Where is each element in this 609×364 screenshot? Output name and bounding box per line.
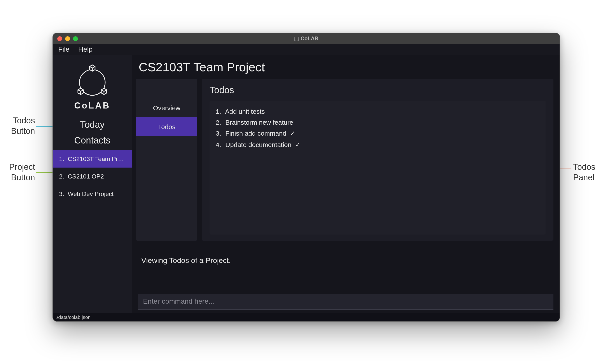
project-label: CS2101 OP2 — [68, 173, 104, 180]
todo-num: 4. — [216, 141, 224, 148]
project-list: 1. CS2103T Team Proj… 2. CS2101 OP2 3. W… — [53, 148, 132, 203]
menu-help[interactable]: Help — [78, 46, 93, 53]
todo-num: 1. — [216, 108, 224, 115]
check-icon: ✓ — [295, 141, 301, 148]
todo-item: 1. Add unit tests — [216, 106, 539, 117]
app-window: ⬚CoLAB File Help — [52, 33, 560, 322]
statusbar: ./data/colab.json — [53, 313, 559, 321]
callout-project-button-line — [36, 172, 53, 173]
todo-text: Update documentation — [225, 141, 291, 148]
maximize-icon[interactable] — [73, 36, 78, 41]
brand: CoLAB — [53, 55, 132, 117]
traffic-lights — [57, 36, 78, 41]
nav-today[interactable]: Today — [53, 117, 132, 132]
todo-item: 2. Brainstorm new feature — [216, 117, 539, 128]
statusbar-path: ./data/colab.json — [56, 314, 91, 320]
project-num: 2. — [59, 173, 66, 180]
menu-file[interactable]: File — [58, 46, 70, 53]
callout-todos-button: Todos Button — [0, 116, 35, 136]
minimize-icon[interactable] — [65, 36, 70, 41]
project-num: 1. — [59, 155, 66, 162]
main-panel: CS2103T Team Project Overview Todos Todo… — [132, 55, 559, 313]
app-icon: ⬚ — [294, 35, 299, 41]
status-message: Viewing Todos of a Project. — [132, 250, 559, 294]
todo-text: Add unit tests — [225, 108, 265, 115]
logo-icon — [73, 63, 112, 98]
project-label: Web Dev Project — [68, 190, 114, 197]
todos-heading: Todos — [209, 85, 545, 95]
todo-text: Brainstorm new feature — [225, 118, 293, 126]
tab-todos[interactable]: Todos — [136, 117, 197, 136]
command-input[interactable] — [138, 294, 553, 310]
window-title: ⬚CoLAB — [53, 35, 559, 41]
todo-text: Finish add command — [225, 130, 286, 137]
sidebar-project-1[interactable]: 1. CS2103T Team Proj… — [53, 150, 132, 168]
page-title: CS2103T Team Project — [132, 55, 559, 79]
project-tabs: Overview Todos — [136, 79, 197, 241]
project-num: 3. — [59, 190, 66, 197]
todo-item: 4. Update documentation ✓ — [216, 139, 539, 151]
sidebar: CoLAB Today Contacts 1. CS2103T Team Pro… — [53, 55, 132, 313]
brand-text: CoLAB — [74, 101, 110, 111]
callout-project-button: Project Button — [0, 162, 35, 183]
project-label: CS2103T Team Proj… — [68, 155, 129, 162]
menubar: File Help — [53, 44, 559, 55]
todos-panel: Todos 1. Add unit tests 2. Brainstorm ne… — [202, 79, 553, 241]
todo-item: 3. Finish add command ✓ — [216, 128, 539, 139]
close-icon[interactable] — [57, 36, 62, 41]
callout-todos-panel: Todos Panel — [573, 162, 608, 183]
sidebar-project-3[interactable]: 3. Web Dev Project — [53, 185, 132, 203]
titlebar: ⬚CoLAB — [53, 33, 559, 44]
sidebar-project-2[interactable]: 2. CS2101 OP2 — [53, 168, 132, 185]
nav-contacts[interactable]: Contacts — [53, 132, 132, 148]
todo-num: 3. — [216, 130, 224, 137]
todo-num: 2. — [216, 118, 224, 126]
todos-list: 1. Add unit tests 2. Brainstorm new feat… — [209, 101, 545, 234]
tab-overview[interactable]: Overview — [136, 98, 197, 117]
check-icon: ✓ — [290, 130, 296, 137]
